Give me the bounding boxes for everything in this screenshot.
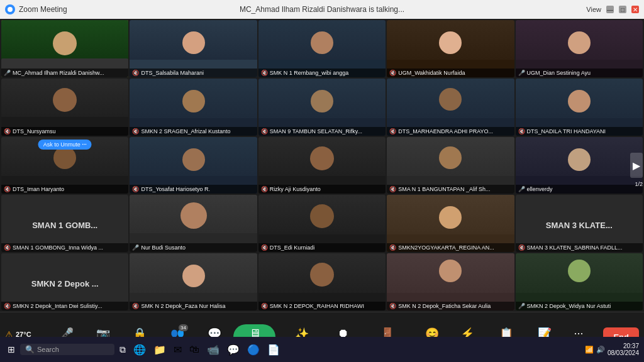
participant-name-18: 🔇 DTS_Edi Kurniadi	[258, 243, 386, 252]
volume-icon: 🔊	[596, 346, 605, 354]
participant-name-7: 🔇 SMKN 2 SRAGEN_Afrizal Kustanto	[130, 127, 257, 136]
active-speaker-label: MC_Ahmad Ilham Rizaldi Danishwara is tal…	[240, 5, 404, 14]
mic-icon-13: 🔇	[261, 186, 268, 192]
participant-name-8: 🔇 SMAN 9 TAMBUN SELATAN_Rifky...	[258, 127, 386, 136]
video-cell-12[interactable]: Bachelor of Applied Sci...Program inCivi…	[130, 137, 257, 194]
video-cell-17[interactable]: 🎤 Nur Budi Susanto	[130, 195, 257, 252]
windows-taskbar: ⊞ 🔍 Search ⧉ 🌐 📁 ✉ 🛍 📹 💬 🔵 📄 📶 🔊 20:37 0…	[0, 337, 644, 362]
mic-icon-8: 🔇	[261, 128, 268, 134]
mic-icon-9: 🔇	[389, 128, 396, 134]
video-cell-20[interactable]: SMAN 3 KLATE... 🔇 SMAN 3 KLATEN_SABRINA …	[516, 195, 643, 252]
participant-name-23: 🔇 SMK N 2 DEPOK_RAIHAN RIDHAWI	[258, 302, 386, 310]
clock-area: 20:37 08/03/2024	[608, 343, 639, 356]
participant-name-2: 🔇 DTS_Salsabila Maharani	[130, 69, 257, 77]
participant-name-5: 🎤 UGM_Dian Sestining Ayu	[516, 69, 643, 77]
explorer-icon[interactable]: 📁	[151, 341, 169, 358]
participant-name-25: 🎤 SMKN 2 Depok_Widya Nur Astuti	[516, 302, 643, 310]
video-cell-21[interactable]: SMKN 2 Depok ... 🔇 SMKN 2 Depok_Intan Dw…	[1, 253, 128, 310]
close-button[interactable]: ✕	[631, 6, 639, 13]
edge-icon[interactable]: 🌐	[131, 341, 148, 358]
mic-icon-6: 🔇	[4, 128, 11, 134]
participant-name-22: 🔇 SMK N 2 Depok_Faza Nur Halisa	[130, 302, 257, 310]
participant-name-14: 🔇 SMA N 1 BANGUNTAPAN _Alif Sh...	[387, 185, 514, 194]
video-cell-25[interactable]: 🎤 SMKN 2 Depok_Widya Nur Astuti	[516, 253, 643, 310]
video-cell-1[interactable]: Bachelor of Applied Science Program inCi…	[1, 20, 128, 77]
participant-name-1: 🎤 MC_Ahmad Ilham Rizaldi Danishw...	[1, 69, 128, 77]
video-cell-2[interactable]: Bachelor of Applied Science Program inCi…	[130, 20, 257, 77]
svg-point-0	[8, 7, 13, 12]
mic-icon-17: 🎤	[132, 244, 139, 251]
mic-icon-5: 🎤	[518, 70, 525, 76]
mic-icon-11: 🔇	[4, 186, 11, 192]
mic-icon-12: 🔇	[132, 186, 139, 192]
video-grid: Bachelor of Applied Science Program inCi…	[0, 19, 644, 312]
video-cell-4[interactable]: Bachelor of Applied Science Program inCi…	[387, 20, 514, 77]
video-cell-16[interactable]: SMAN 1 GOMB... 🔇 SMAN 1 GOMBONG_Inna Wid…	[1, 195, 128, 252]
mic-icon-4: 🔇	[389, 70, 396, 76]
zoom-taskbar-icon[interactable]: 📹	[204, 341, 222, 358]
participant-name-21: 🔇 SMKN 2 Depok_Intan Dwi Sulistiy...	[1, 302, 128, 310]
video-cell-11[interactable]: Ask to Unmute ··· 🔇 DTS_Iman Haryanto	[1, 137, 128, 194]
video-cell-13[interactable]: 🔇 Rizky Aji Kusdiyanto	[258, 137, 386, 194]
participant-name-10: 🔇 DTS_NADILA TRI HANDAYANI	[516, 127, 643, 136]
participant-name-3: 🔇 SMK N 1 Rembang_wibi angga	[258, 69, 386, 77]
video-cell-22[interactable]: 🔇 SMK N 2 Depok_Faza Nur Halisa	[130, 253, 257, 310]
title-bar-left: Zoom Meeting	[5, 4, 67, 14]
next-page-button[interactable]: ▶	[630, 153, 643, 178]
video-cell-23[interactable]: 🔇 SMK N 2 DEPOK_RAIHAN RIDHAWI	[258, 253, 386, 310]
chrome-icon[interactable]: 🔵	[245, 341, 262, 358]
video-cell-10[interactable]: 🔇 DTS_NADILA TRI HANDAYANI	[516, 79, 643, 136]
minimize-button[interactable]: —	[606, 6, 614, 13]
view-button[interactable]: View	[586, 6, 601, 13]
task-view-button[interactable]: ⧉	[117, 342, 128, 358]
ask-unmute-badge[interactable]: Ask to Unmute ···	[38, 140, 92, 150]
video-cell-3[interactable]: Bachelor of Applied Science Program inCi…	[258, 20, 386, 77]
participant-name-4: 🔇 UGM_Wakhidatik Nurfaida	[387, 69, 514, 77]
video-cell-7[interactable]: Bachelor of Applied Science Program inCi…	[130, 79, 257, 136]
mic-icon-16: 🔇	[4, 244, 11, 251]
participants-count-badge: 34	[179, 324, 188, 331]
title-bar: Zoom Meeting MC_Ahmad Ilham Rizaldi Dani…	[0, 0, 644, 19]
maximize-button[interactable]: □	[619, 6, 626, 13]
store-icon[interactable]: 🛍	[187, 341, 202, 358]
title-bar-controls: View — □ ✕	[586, 6, 639, 13]
mic-icon-7: 🔇	[132, 128, 139, 134]
mail-icon[interactable]: ✉	[171, 341, 184, 358]
clock-time: 20:37	[623, 343, 639, 349]
mic-icon-25: 🎤	[518, 303, 525, 309]
participant-name-6: 🔇 DTS_Nursyamsu	[1, 127, 128, 136]
search-bar[interactable]: 🔍 Search	[20, 344, 114, 355]
participant-name-20: 🔇 SMAN 3 KLATEN_SABRINA FADLL...	[516, 243, 643, 252]
wa-icon[interactable]: 💬	[225, 341, 242, 358]
system-tray: 📶 🔊 20:37 08/03/2024	[585, 343, 639, 356]
participant-name-15: 🎤 ellenverdy	[516, 185, 643, 194]
word-icon[interactable]: 📄	[265, 341, 282, 358]
network-icon: 📶	[585, 346, 594, 354]
participant-name-16: 🔇 SMAN 1 GOMBONG_Inna Widya ...	[1, 243, 128, 252]
app-name: Zoom Meeting	[19, 5, 67, 14]
video-cell-24[interactable]: 🔇 SMK N 2 Depok_Faticha Sekar Aulia	[387, 253, 514, 310]
clock-date: 08/03/2024	[608, 349, 639, 356]
video-cell-8[interactable]: Bachelor of Applied Science Program inCi…	[258, 79, 386, 136]
mic-icon-24: 🔇	[389, 303, 396, 309]
video-cell-14[interactable]: 🔇 SMA N 1 BANGUNTAPAN _Alif Sh...	[387, 137, 514, 194]
search-placeholder: Search	[37, 346, 59, 353]
page-indicator: 1/2	[635, 181, 643, 187]
start-button[interactable]: ⊞	[5, 342, 18, 357]
mic-icon-18: 🔇	[261, 244, 268, 251]
mic-icon-20: 🔇	[518, 244, 525, 251]
participant-name-24: 🔇 SMK N 2 Depok_Faticha Sekar Aulia	[387, 302, 514, 310]
participant-name-19: 🔇 SMKN2YOGYAKARTA_REGINA AN...	[387, 243, 514, 252]
mic-icon-14: 🔇	[389, 186, 396, 192]
mic-icon-2: 🔇	[132, 70, 139, 76]
mic-icon-3: 🔇	[261, 70, 268, 76]
mic-icon-1: 🎤	[4, 70, 11, 76]
video-cell-18[interactable]: 🔇 DTS_Edi Kurniadi	[258, 195, 386, 252]
video-cell-6[interactable]: 🔇 DTS_Nursyamsu	[1, 79, 128, 136]
mic-icon-22: 🔇	[132, 303, 139, 309]
zoom-logo	[5, 4, 15, 14]
video-cell-5[interactable]: 🎤 UGM_Dian Sestining Ayu	[516, 20, 643, 77]
video-cell-15[interactable]: 🎤 ellenverdy	[516, 137, 643, 194]
video-cell-9[interactable]: 🔇 DTS_MARHAENDRA ADHI PRAYO...	[387, 79, 514, 136]
video-cell-19[interactable]: 🔇 SMKN2YOGYAKARTA_REGINA AN...	[387, 195, 514, 252]
